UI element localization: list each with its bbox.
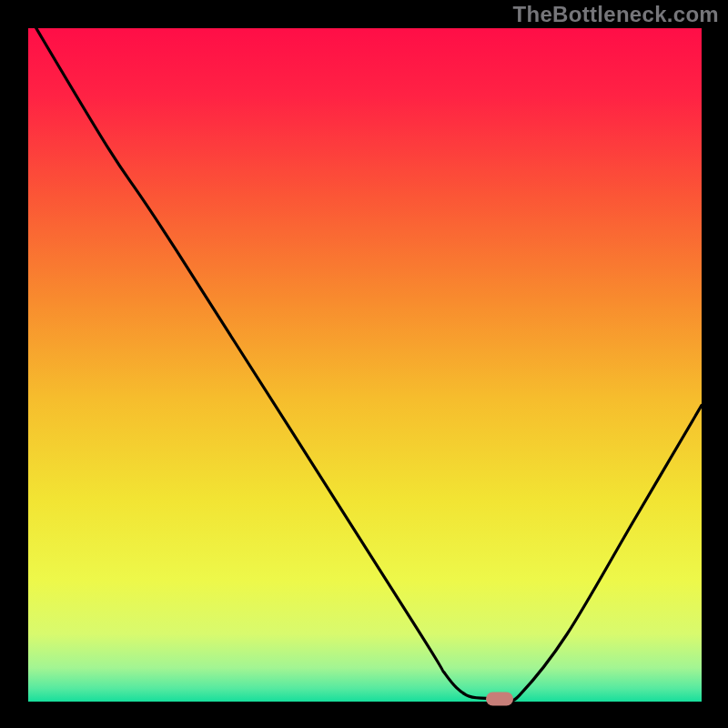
- plot-svg: [28, 28, 702, 702]
- chart-stage: TheBottleneck.com: [0, 0, 728, 728]
- optimal-point-marker: [486, 693, 513, 706]
- gradient-background: [28, 28, 702, 702]
- watermark-text: TheBottleneck.com: [513, 2, 719, 27]
- plot-inner: [28, 28, 702, 702]
